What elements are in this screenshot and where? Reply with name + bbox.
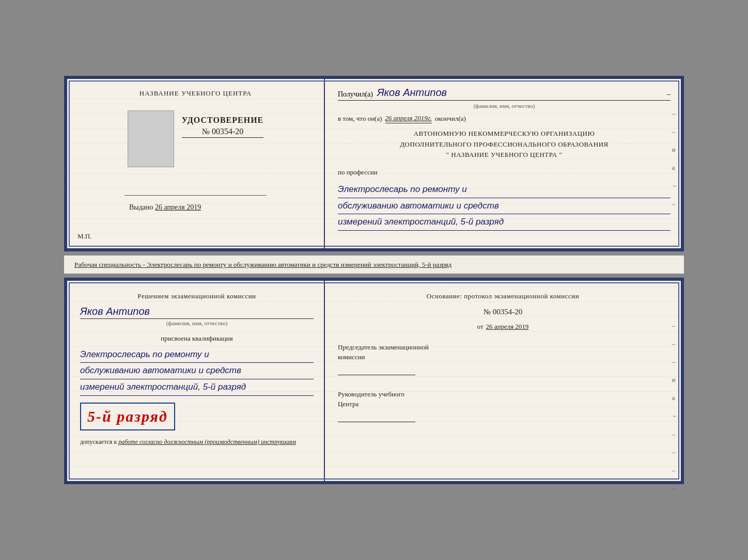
org-line2: ДОПОЛНИТЕЛЬНОГО ПРОФЕССИОНАЛЬНОГО ОБРАЗО… — [338, 139, 671, 150]
profession-line2-top: обслуживанию автоматики и средств — [338, 198, 671, 215]
profession-line3-top: измерений электростанций, 5-й разряд — [338, 214, 671, 231]
vydano-label: Выдано — [129, 203, 153, 211]
udostoverenie-block: УДОСТОВЕРЕНИЕ № 00354-20 — [182, 116, 264, 138]
top-cert-left-panel: НАЗВАНИЕ УЧЕБНОГО ЦЕНТРА УДОСТОВЕРЕНИЕ №… — [67, 79, 325, 248]
dopuskaetsya-section: допускается к работе согласно должностны… — [80, 437, 314, 446]
mp-block: М.П. — [77, 232, 91, 241]
received-section: Получил(а) Яков Антипов – (фамилия, имя,… — [338, 87, 671, 109]
predsedatel-signature — [338, 365, 415, 375]
vtom-date: 26 апреля 2019г. — [385, 114, 432, 123]
okonchil-label: окончил(а) — [435, 115, 466, 123]
rukovoditel-line1: Руководитель учебного — [338, 389, 668, 399]
org-block: АВТОНОМНУЮ НЕКОММЕРЧЕСКУЮ ОРГАНИЗАЦИЮ ДО… — [338, 129, 671, 161]
osnovanie-label: Основание: протокол экзаменационной коми… — [338, 291, 668, 301]
rukovoditel-line2: Центра — [338, 399, 668, 409]
razryad-box: 5-й разряд — [80, 403, 175, 430]
udostoverenie-number: № 00354-20 — [182, 127, 264, 138]
razryad-text: 5-й разряд — [87, 408, 168, 425]
profession-top: Электрослесарь по ремонту и обслуживанию… — [338, 182, 671, 231]
prisvoena-label: присвоена квалификация — [80, 334, 314, 343]
side-marks-bottom: – – – и а ← – – – – — [672, 322, 678, 492]
org-name-top: НАЗВАНИЕ УЧЕБНОГО ЦЕНТРА — [139, 89, 252, 98]
bottom-cert-right-panel: Основание: протокол экзаменационной коми… — [325, 281, 681, 481]
udostoverenie-title: УДОСТОВЕРЕНИЕ — [182, 116, 264, 125]
resheniem-label: Решением экзаменационной комиссии — [80, 291, 314, 301]
top-certificate: НАЗВАНИЕ УЧЕБНОГО ЦЕНТРА УДОСТОВЕРЕНИЕ №… — [64, 76, 684, 251]
predsedatel-line1: Председатель экзаменационной — [338, 342, 668, 353]
fio-subtitle-bottom: (фамилия, имя, отчество) — [80, 320, 314, 326]
top-cert-right-panel: Получил(а) Яков Антипов – (фамилия, имя,… — [325, 79, 681, 248]
page-wrapper: НАЗВАНИЕ УЧЕБНОГО ЦЕНТРА УДОСТОВЕРЕНИЕ №… — [64, 76, 684, 485]
poluchil-label: Получил(а) — [338, 90, 373, 99]
org-line1: АВТОНОМНУЮ НЕКОММЕРЧЕСКУЮ ОРГАНИЗАЦИЮ — [338, 129, 671, 139]
dopuskaetsya-text: работе согласно должностным (производств… — [118, 438, 296, 445]
photo-placeholder — [128, 110, 174, 167]
ot-date-section: от 26 апреля 2019 — [338, 323, 668, 331]
ot-date: 26 апреля 2019 — [486, 323, 529, 331]
qualification-bottom: Электрослесарь по ремонту и обслуживанию… — [80, 347, 314, 396]
middle-text: Рабочая специальность - Электрослесарь п… — [64, 255, 684, 274]
vtom-label: в том, что он(а) — [338, 115, 382, 123]
vydano-date: 26 апреля 2019 — [155, 203, 201, 211]
qual-line2: обслуживанию автоматики и средств — [80, 363, 314, 379]
side-marks-top: – – и а ← – — [672, 110, 678, 208]
bottom-cert-left-panel: Решением экзаменационной комиссии Яков А… — [67, 281, 325, 481]
bottom-certificate: Решением экзаменационной комиссии Яков А… — [64, 278, 684, 484]
rukovoditel-signature — [338, 412, 415, 422]
komissia-recipient-name: Яков Антипов — [80, 306, 314, 319]
qual-line1: Электрослесарь по ремонту и — [80, 347, 314, 363]
ot-label: от — [477, 323, 484, 331]
org-center-name: " НАЗВАНИЕ УЧЕБНОГО ЦЕНТРА " — [338, 150, 671, 161]
predsedatel-section: Председатель экзаменационной комиссии — [338, 342, 668, 375]
komissia-name-section: Яков Антипов (фамилия, имя, отчество) — [80, 306, 314, 326]
fio-subtitle-top: (фамилия, имя, отчество) — [338, 103, 671, 109]
dopuskaetsya-label: допускается к — [80, 438, 117, 445]
vtom-line: в том, что он(а) 26 апреля 2019г. окончи… — [338, 114, 671, 123]
recipient-name-top: Яков Антипов — [377, 87, 447, 99]
po-professii-label: по профессии — [338, 168, 671, 177]
protocol-number-bottom: № 00354-20 — [338, 308, 668, 316]
rukovoditel-section: Руководитель учебного Центра — [338, 389, 668, 422]
vydano-block: Выдано 26 апреля 2019 — [129, 203, 201, 212]
dash-top: – — [667, 90, 671, 99]
predsedatel-line2: комиссии — [338, 352, 668, 362]
profession-line1-top: Электрослесарь по ремонту и — [338, 182, 671, 198]
qual-line3: измерений электростанций, 5-й разряд — [80, 379, 314, 396]
